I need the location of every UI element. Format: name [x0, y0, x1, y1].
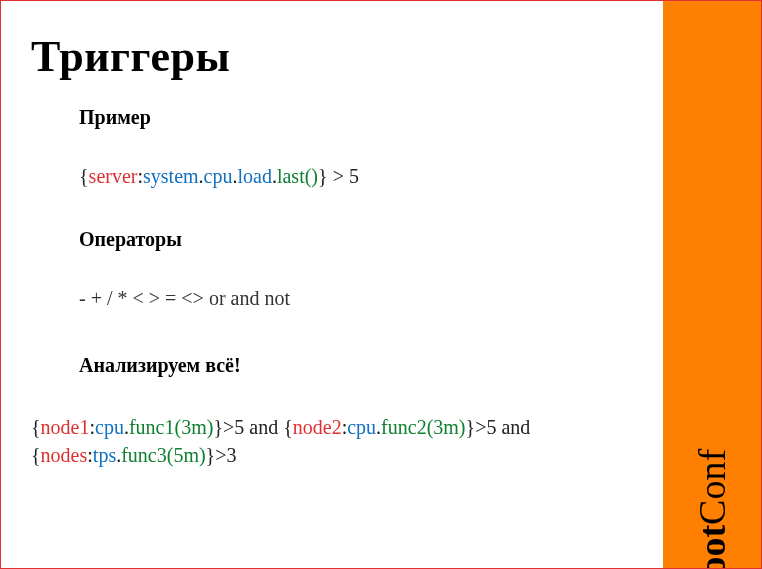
token-last: last(): [277, 165, 318, 187]
brand-logo: RootConf: [690, 449, 734, 569]
analyze-expression: {node1:cpu.func1(3m)}>5 and {node2:cpu.f…: [31, 413, 633, 469]
token-server: server: [89, 165, 138, 187]
section-example-heading: Пример: [79, 106, 633, 129]
token-rest: >5 and: [475, 416, 530, 438]
brace-open: {: [31, 416, 41, 438]
brace-close: }: [213, 416, 223, 438]
token-node1: node1: [41, 416, 90, 438]
brand-sidebar: RootConf: [663, 1, 761, 568]
token-cpu: cpu: [95, 416, 124, 438]
brand-conf: Conf: [691, 449, 733, 525]
brace-open: {: [79, 165, 89, 187]
token-rest: >5 and: [223, 416, 283, 438]
token-rest: >3: [215, 444, 236, 466]
token-func1: func1(3m): [129, 416, 213, 438]
brand-root: Root: [691, 525, 733, 569]
token-func2: func2(3m): [381, 416, 465, 438]
brace-close: }: [318, 165, 328, 187]
token-nodes: nodes: [41, 444, 88, 466]
token-cpu: cpu: [347, 416, 376, 438]
token-node2: node2: [293, 416, 342, 438]
brace-open: {: [283, 416, 293, 438]
token-load: load: [237, 165, 271, 187]
section-operators-heading: Операторы: [79, 228, 633, 251]
token-tps: tps: [93, 444, 116, 466]
slide-title: Триггеры: [31, 31, 633, 82]
token-func3: func3(5m): [121, 444, 205, 466]
token-system: system: [143, 165, 199, 187]
token-cpu: cpu: [204, 165, 233, 187]
section-analyze-heading: Анализируем всё!: [79, 354, 633, 377]
operators-list: - + / * < > = <> or and not: [79, 287, 633, 310]
token-rest: > 5: [328, 165, 359, 187]
brace-open: {: [31, 444, 41, 466]
example-expression: {server:system.cpu.load.last()} > 5: [79, 165, 633, 188]
brace-close: }: [206, 444, 216, 466]
slide-content: Триггеры Пример {server:system.cpu.load.…: [1, 1, 663, 568]
brace-close: }: [466, 416, 476, 438]
